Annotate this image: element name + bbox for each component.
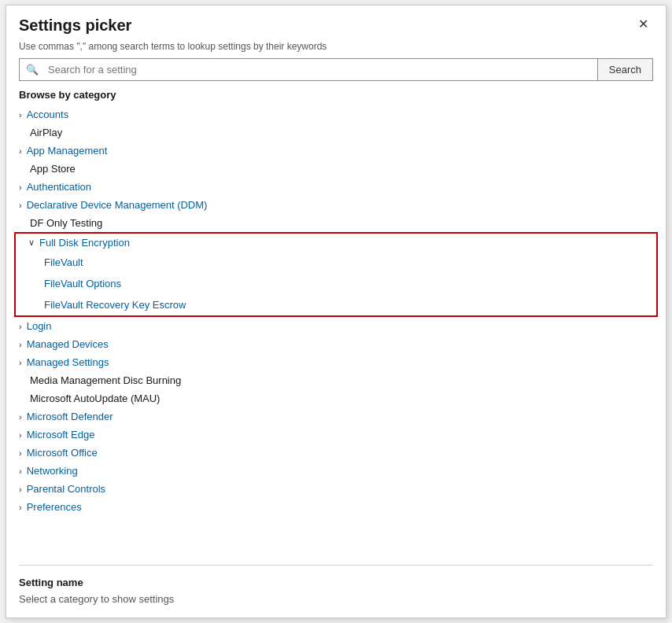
category-item-managed-devices[interactable]: › Managed Devices [6, 335, 666, 353]
search-bar: 🔍 Search [19, 58, 653, 81]
expanded-section-full-disk-encryption: ∨ Full Disk Encryption FileVault FileVau… [14, 232, 658, 317]
chevron-right-icon: › [19, 110, 22, 120]
footer-hint: Select a category to show settings [19, 593, 653, 605]
category-list: › Accounts AirPlay › App Management App … [6, 105, 666, 546]
category-item-filevault-recovery[interactable]: FileVault Recovery Key Escrow [16, 294, 656, 315]
child-label: FileVault Recovery Key Escrow [44, 299, 186, 311]
settings-picker-dialog: Settings picker ✕ Use commas "," among s… [6, 5, 666, 618]
chevron-right-icon: › [19, 430, 22, 440]
expanded-section-label: Full Disk Encryption [39, 237, 130, 249]
category-label: Login [27, 320, 52, 332]
category-item-app-store[interactable]: App Store [6, 160, 666, 178]
expanded-section-header[interactable]: ∨ Full Disk Encryption [16, 234, 656, 252]
category-label: Microsoft AutoUpdate (MAU) [30, 393, 160, 404]
chevron-right-icon: › [19, 182, 22, 192]
category-label: Managed Devices [27, 338, 109, 350]
category-item-microsoft-defender[interactable]: › Microsoft Defender [6, 407, 666, 426]
category-label: Microsoft Defender [27, 411, 113, 422]
category-item-filevault[interactable]: FileVault [16, 252, 656, 273]
close-button[interactable]: ✕ [633, 17, 653, 32]
category-label: Accounts [27, 109, 68, 120]
content-area: › Accounts AirPlay › App Management App … [6, 105, 666, 565]
category-item-airplay[interactable]: AirPlay [6, 123, 666, 142]
category-item-networking[interactable]: › Networking [6, 462, 666, 480]
category-item-media-management[interactable]: Media Management Disc Burning [6, 371, 666, 389]
child-label: FileVault Options [44, 278, 121, 289]
child-label: FileVault [44, 256, 83, 268]
category-label: AirPlay [30, 127, 62, 138]
footer: Setting name Select a category to show s… [6, 566, 666, 617]
chevron-right-icon: › [19, 322, 22, 331]
category-item-accounts[interactable]: › Accounts [6, 105, 666, 123]
category-label: Preferences [27, 501, 82, 513]
search-icon: 🔍 [20, 59, 45, 80]
chevron-right-icon: › [19, 503, 22, 512]
chevron-down-icon: ∨ [28, 238, 35, 248]
expanded-children: FileVault FileVault Options FileVault Re… [16, 252, 656, 315]
category-item-login[interactable]: › Login [6, 317, 666, 335]
search-input[interactable] [45, 59, 597, 80]
chevron-right-icon: › [19, 485, 22, 494]
chevron-right-icon: › [19, 448, 22, 458]
dialog-title: Settings picker [19, 17, 131, 35]
category-label: Parental Controls [27, 483, 105, 495]
chevron-right-icon: › [19, 340, 22, 349]
category-item-df-only[interactable]: DF Only Testing [6, 214, 666, 232]
category-label: Microsoft Edge [27, 429, 95, 441]
category-label: Networking [27, 465, 78, 477]
category-label: Managed Settings [27, 356, 109, 368]
search-button[interactable]: Search [597, 59, 652, 80]
category-label: Microsoft Office [27, 447, 98, 459]
category-item-authentication[interactable]: › Authentication [6, 178, 666, 196]
chevron-right-icon: › [19, 412, 22, 422]
category-item-app-management[interactable]: › App Management [6, 142, 666, 160]
category-item-filevault-options[interactable]: FileVault Options [16, 273, 656, 294]
chevron-right-icon: › [19, 201, 22, 210]
category-item-ddm[interactable]: › Declarative Device Management (DDM) [6, 196, 666, 214]
dialog-header: Settings picker ✕ [6, 6, 666, 41]
browse-by-category-label: Browse by category [6, 89, 666, 105]
chevron-right-icon: › [19, 466, 22, 476]
category-label: App Management [27, 145, 108, 157]
category-item-preferences[interactable]: › Preferences [6, 498, 666, 516]
setting-name-label: Setting name [19, 577, 653, 588]
category-label: App Store [30, 163, 76, 175]
category-label: Media Management Disc Burning [30, 374, 181, 386]
category-item-microsoft-edge[interactable]: › Microsoft Edge [6, 426, 666, 444]
chevron-right-icon: › [19, 146, 22, 156]
dialog-subtitle: Use commas "," among search terms to loo… [6, 41, 666, 58]
category-item-microsoft-autoupdate[interactable]: Microsoft AutoUpdate (MAU) [6, 389, 666, 407]
category-label: Authentication [27, 181, 91, 193]
category-label: Declarative Device Management (DDM) [27, 199, 208, 211]
category-item-managed-settings[interactable]: › Managed Settings [6, 353, 666, 371]
chevron-right-icon: › [19, 358, 22, 367]
category-label: DF Only Testing [30, 217, 102, 229]
category-item-microsoft-office[interactable]: › Microsoft Office [6, 444, 666, 462]
category-item-parental-controls[interactable]: › Parental Controls [6, 480, 666, 498]
